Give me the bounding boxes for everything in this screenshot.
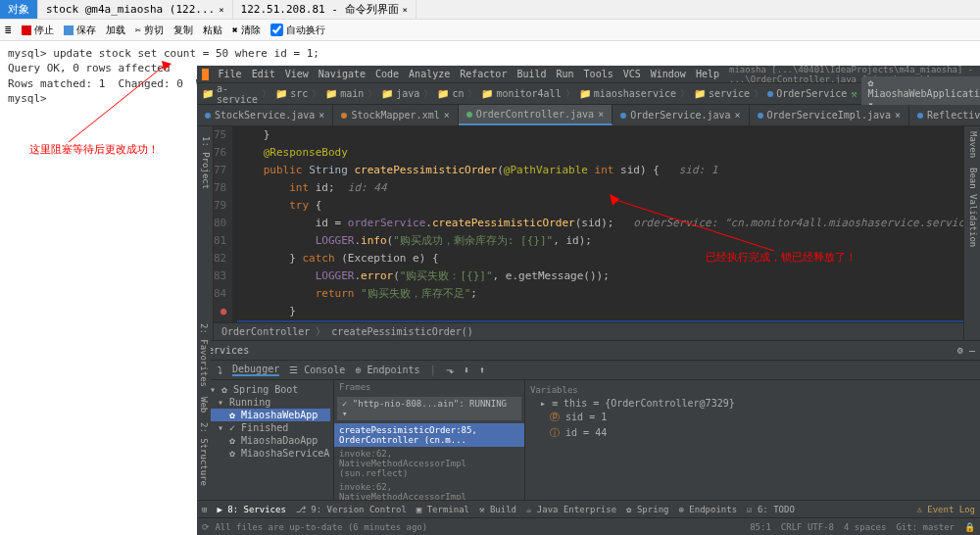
code-breadcrumbs[interactable]: OrderController 〉 createPessimisticOrder… <box>214 322 963 340</box>
left-sidebar: 1: Project <box>197 126 214 340</box>
step-over-icon[interactable]: ⬎ <box>446 365 454 375</box>
nav-crumb[interactable]: 📁 src <box>275 88 308 99</box>
editor-tab[interactable]: OrderServiceImpl.java × <box>750 105 909 125</box>
tree-item[interactable]: ✿ MiaoshaServiceA <box>200 447 330 460</box>
tree-item[interactable]: ✿ MiaoshaDaoApp <box>200 434 330 447</box>
tab-stock[interactable]: stock @m4a_miaosha (122...× <box>38 0 233 19</box>
menu-refactor[interactable]: Refactor <box>460 69 507 79</box>
clear-button[interactable]: ✖清除 <box>232 24 261 37</box>
paste-button[interactable]: 粘贴 <box>203 24 222 37</box>
nav-crumb[interactable]: 📁 service <box>694 88 750 99</box>
endpoints-tab[interactable]: ⊕ Endpoints <box>355 365 419 375</box>
menu-help[interactable]: Help <box>696 69 719 79</box>
nav-crumb[interactable]: 📁 monitor4all <box>481 88 561 99</box>
java-icon <box>466 112 472 118</box>
right-sidebar: Maven Bean Validation <box>963 126 980 340</box>
endpoints-button[interactable]: ⊕ Endpoints <box>678 505 737 514</box>
close-icon[interactable]: × <box>403 5 408 15</box>
encoding[interactable]: CRLF UTF-8 <box>781 522 834 532</box>
tab-cli[interactable]: 122.51.208.81 - 命令列界面× <box>233 0 416 19</box>
editor-tab[interactable]: StockMapper.xml × <box>333 105 458 125</box>
editor-tab-active[interactable]: OrderController.java × <box>459 105 612 125</box>
nav-crumb[interactable]: 📁 cn <box>437 88 464 99</box>
todo-button[interactable]: ☑ 6: TODO <box>747 505 795 514</box>
cut-button[interactable]: ✂剪切 <box>135 24 164 37</box>
load-button[interactable]: 加载 <box>106 24 125 37</box>
frame-item[interactable]: invoke:62, NativeMethodAccessorImpl (sun… <box>334 480 524 500</box>
menu-analyze[interactable]: Analyze <box>409 69 450 79</box>
favorites-tab[interactable]: 2: Favorites <box>197 318 211 392</box>
var-item[interactable]: ⓘ id = 44 <box>528 425 977 441</box>
indent[interactable]: 4 spaces <box>844 522 886 532</box>
lock-icon[interactable]: 🔒 <box>964 522 975 532</box>
editor-tab[interactable]: OrderService.java × <box>612 105 749 125</box>
nav-crumb[interactable]: 📁 a-service <box>202 83 258 105</box>
step-into-icon[interactable]: ⬇ <box>464 365 469 375</box>
frame-item[interactable]: invoke:62, NativeMethodAccessorImpl (sun… <box>334 447 524 480</box>
code-editor[interactable]: 7576 777879 808182 8384 ● 85 } @Response… <box>214 126 963 340</box>
var-item[interactable]: ⓟ sid = 1 <box>528 410 977 425</box>
services-button[interactable]: ▶ 8: Services <box>217 505 285 514</box>
variables-panel[interactable]: Variables ▸ ≡ this = {OrderController@73… <box>525 380 980 500</box>
grid-icon[interactable]: ⊞ <box>202 505 207 514</box>
save-button[interactable]: 保存 <box>64 24 96 37</box>
editor-tab[interactable]: ReflectiveMethodInvocation.class × <box>909 105 980 125</box>
close-icon[interactable]: × <box>219 5 223 15</box>
frame-item[interactable]: createPessimisticOrder:85, OrderControll… <box>334 423 524 447</box>
event-log-button[interactable]: ⚠ Event Log <box>916 505 975 514</box>
stop-button[interactable]: 停止 <box>22 24 54 37</box>
menu-vcs[interactable]: VCS <box>623 69 641 79</box>
menu-edit[interactable]: Edit <box>252 69 275 79</box>
vcs-button[interactable]: ⎇ 9: Version Control <box>296 505 407 514</box>
thread-selector[interactable]: ✓ "http-nio-808...ain": RUNNING ▾ <box>337 397 521 420</box>
tree-root[interactable]: ▾ ✿ Spring Boot <box>200 383 330 396</box>
step-out-icon[interactable]: ⬆ <box>479 365 485 375</box>
tree-running[interactable]: ▾ Running <box>200 396 330 409</box>
var-item[interactable]: ▸ ≡ this = {OrderController@7329} <box>528 397 977 410</box>
top-tabs: 对象 stock @m4a_miaosha (122...× 122.51.20… <box>0 0 980 20</box>
menu-code[interactable]: Code <box>375 69 399 79</box>
step-icon[interactable]: ⤵ <box>218 365 222 375</box>
menu-build[interactable]: Build <box>516 69 546 79</box>
save-icon <box>64 25 74 35</box>
settings-icon[interactable]: ⚙ — <box>957 345 975 356</box>
frames-list[interactable]: createPessimisticOrder:85, OrderControll… <box>334 423 524 500</box>
copy-button[interactable]: 复制 <box>173 24 193 37</box>
build-icon[interactable]: ⚒ <box>851 88 857 99</box>
ide-navbar: 📁 a-service 〉📁 src 〉📁 main 〉📁 java 〉📁 cn… <box>197 83 980 105</box>
javaee-button[interactable]: ☕ Java Enterprise <box>526 505 616 514</box>
autowrap-checkbox[interactable] <box>270 24 283 36</box>
terminal-button[interactable]: ▣ Terminal <box>416 505 469 514</box>
menu-file[interactable]: File <box>219 69 242 79</box>
spring-button[interactable]: ✿ Spring <box>626 505 668 514</box>
nav-crumb[interactable]: OrderService <box>767 88 847 99</box>
ide-window: File Edit View Navigate Code Analyze Ref… <box>197 66 980 535</box>
project-tab[interactable]: 1: Project <box>197 131 213 194</box>
nav-crumb[interactable]: 📁 main <box>325 88 364 99</box>
menu-window[interactable]: Window <box>651 69 686 79</box>
nav-crumb[interactable]: 📁 java <box>381 88 419 99</box>
maven-tab[interactable]: Maven <box>964 126 980 163</box>
build-button[interactable]: ⚒ Build <box>479 505 516 514</box>
debug-tree[interactable]: ▾ ✿ Spring Boot ▾ Running ✿ MiaoshaWebAp… <box>197 380 334 500</box>
web-tab[interactable]: Web <box>197 392 211 417</box>
console-tab[interactable]: ☰ Console <box>289 365 345 375</box>
editor-tab[interactable]: StockService.java × <box>197 105 333 125</box>
tree-app[interactable]: ✿ MiaoshaWebApp <box>200 409 330 421</box>
menu-icon[interactable]: ≣ <box>5 24 12 36</box>
bean-tab[interactable]: Bean Validation <box>964 163 980 252</box>
debugger-tab[interactable]: Debugger <box>232 364 279 376</box>
annotation-right: 已经执行完成，锁已经释放了！ <box>706 250 857 265</box>
autowrap-toggle[interactable]: 自动换行 <box>270 24 325 37</box>
git-branch[interactable]: Git: master <box>896 522 955 532</box>
menu-view[interactable]: View <box>285 69 309 79</box>
frames-panel: Frames ✓ "http-nio-808...ain": RUNNING ▾… <box>334 380 525 500</box>
tab-objects[interactable]: 对象 <box>0 0 38 19</box>
nav-crumb[interactable]: 📁 miaoshaservice <box>579 88 676 99</box>
menu-run[interactable]: Run <box>557 69 574 79</box>
menu-tools[interactable]: Tools <box>584 69 613 79</box>
menu-navigate[interactable]: Navigate <box>318 69 366 79</box>
code-lines[interactable]: } @ResponseBody public String createPess… <box>232 126 963 322</box>
tree-finished[interactable]: ▾ ✓ Finished <box>200 421 330 434</box>
structure-tab[interactable]: 2: Structure <box>197 417 211 491</box>
